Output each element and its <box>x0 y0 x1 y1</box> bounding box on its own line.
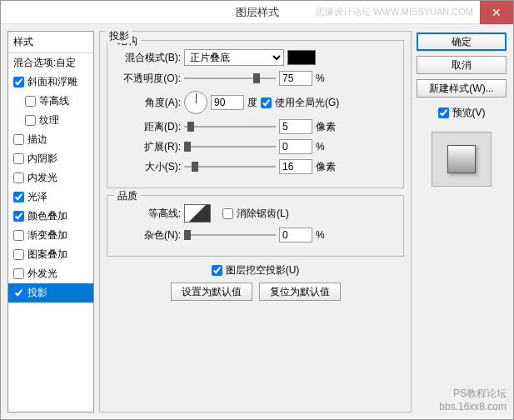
antialias-checkbox[interactable] <box>222 208 233 219</box>
style-item-label: 内阴影 <box>27 152 57 166</box>
style-item-checkbox[interactable] <box>13 134 24 145</box>
titlebar: 图层样式 思缘设计论坛 WWW.MISSYUAN.COM ✕ <box>1 1 513 24</box>
style-item[interactable]: 内阴影 <box>8 149 93 168</box>
contour-picker[interactable] <box>184 204 211 222</box>
angle-dial[interactable] <box>184 91 207 114</box>
style-item-checkbox[interactable] <box>13 192 24 202</box>
style-item-checkbox[interactable] <box>13 172 24 183</box>
style-item[interactable]: 投影 <box>8 283 93 302</box>
style-item-checkbox[interactable] <box>13 77 24 88</box>
style-item-label: 渐变叠加 <box>27 228 67 242</box>
style-item-label: 纹理 <box>39 113 59 128</box>
style-item-label: 光泽 <box>27 190 47 204</box>
preview-swatch <box>447 145 476 173</box>
distance-slider[interactable] <box>184 120 276 133</box>
style-item-label: 等高线 <box>39 94 69 108</box>
watermark-bottom: PS教程论坛 bbs.16xx8.com <box>439 387 507 412</box>
structure-fieldset: 结构 混合模式(B): 正片叠底 不透明度(O): % 角度(A): <box>107 40 404 188</box>
layer-style-dialog: 图层样式 思缘设计论坛 WWW.MISSYUAN.COM ✕ 样式 混合选项:自… <box>0 0 514 420</box>
watermark-top: 思缘设计论坛 WWW.MISSYUAN.COM <box>316 6 473 18</box>
style-item-label: 描边 <box>27 132 47 147</box>
size-slider[interactable] <box>184 160 276 173</box>
spread-slider[interactable] <box>184 140 276 153</box>
set-default-button[interactable]: 设置为默认值 <box>171 282 252 301</box>
opacity-slider[interactable] <box>184 72 276 85</box>
blend-options-item[interactable]: 混合选项:自定 <box>8 53 93 72</box>
style-item-checkbox[interactable] <box>25 96 36 107</box>
style-item-checkbox[interactable] <box>13 288 24 298</box>
style-item-checkbox[interactable] <box>25 115 36 126</box>
style-item-label: 外发光 <box>27 267 57 281</box>
window-title: 图层样式 <box>236 5 279 20</box>
preview-box <box>432 132 492 187</box>
style-item-checkbox[interactable] <box>13 153 24 164</box>
effect-title: 投影 <box>106 29 132 43</box>
reset-default-button[interactable]: 复位为默认值 <box>259 282 341 301</box>
style-item-label: 斜面和浮雕 <box>27 75 77 89</box>
noise-input[interactable] <box>279 228 312 242</box>
style-item[interactable]: 纹理 <box>8 111 93 130</box>
size-input[interactable] <box>279 159 312 174</box>
style-item[interactable]: 斜面和浮雕 <box>8 72 93 92</box>
style-item-checkbox[interactable] <box>13 249 24 260</box>
style-item[interactable]: 光泽 <box>8 188 93 207</box>
style-item[interactable]: 颜色叠加 <box>8 207 93 226</box>
knockout-checkbox[interactable] <box>212 265 222 276</box>
style-item-label: 内发光 <box>27 171 57 185</box>
cancel-button[interactable]: 取消 <box>417 56 507 74</box>
style-item-checkbox[interactable] <box>13 230 24 241</box>
style-item[interactable]: 内发光 <box>8 168 93 188</box>
global-light-checkbox[interactable] <box>261 98 272 108</box>
opacity-input[interactable] <box>279 71 312 86</box>
button-panel: 确定 取消 新建样式(W)... 预览(V) <box>417 31 507 412</box>
style-item[interactable]: 图案叠加 <box>8 245 93 264</box>
ok-button[interactable]: 确定 <box>417 32 507 51</box>
style-item[interactable]: 描边 <box>8 130 93 149</box>
blend-mode-select[interactable]: 正片叠底 <box>184 49 284 66</box>
style-item-checkbox[interactable] <box>13 268 24 279</box>
quality-fieldset: 品质 等高线: 消除锯齿(L) 杂色(N): % <box>107 195 404 257</box>
preview-checkbox[interactable] <box>438 108 449 118</box>
noise-slider[interactable] <box>184 228 276 242</box>
main-panel: 投影 结构 混合模式(B): 正片叠底 不透明度(O): % <box>99 31 412 412</box>
style-item[interactable]: 等高线 <box>8 92 93 111</box>
style-item-label: 图案叠加 <box>27 248 67 262</box>
style-item-checkbox[interactable] <box>13 211 24 222</box>
style-list-header: 样式 <box>8 32 93 53</box>
style-list: 样式 混合选项:自定 斜面和浮雕等高线纹理描边内阴影内发光光泽颜色叠加渐变叠加图… <box>7 31 94 412</box>
close-button[interactable]: ✕ <box>480 1 513 24</box>
new-style-button[interactable]: 新建样式(W)... <box>417 79 507 98</box>
angle-input[interactable] <box>211 95 244 110</box>
style-item-label: 投影 <box>27 286 47 300</box>
shadow-color-swatch[interactable] <box>287 50 316 65</box>
style-item[interactable]: 外发光 <box>8 264 93 283</box>
spread-input[interactable] <box>279 139 312 154</box>
style-item[interactable]: 渐变叠加 <box>8 226 93 245</box>
distance-input[interactable] <box>279 119 312 134</box>
style-item-label: 颜色叠加 <box>27 209 67 223</box>
